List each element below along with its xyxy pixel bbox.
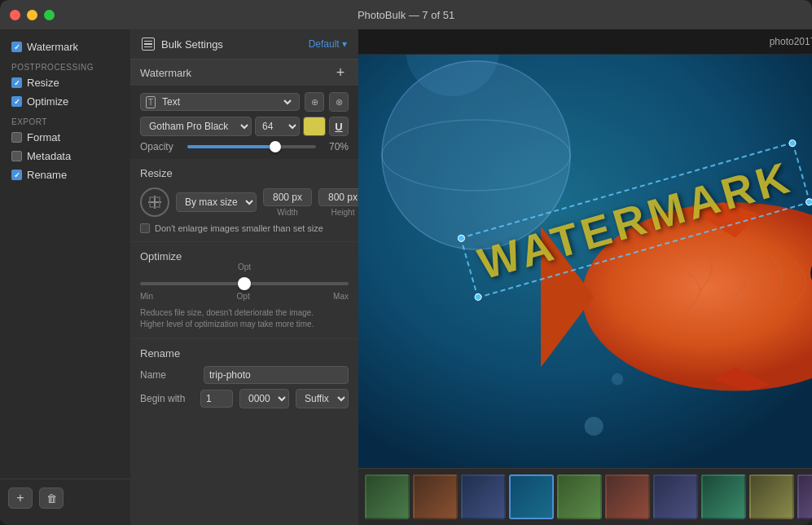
thumbnail-9[interactable] xyxy=(749,474,794,519)
sidebar-item-metadata[interactable]: Metadata xyxy=(0,147,130,165)
min-label: Min xyxy=(140,292,153,301)
minimize-button[interactable] xyxy=(27,10,37,20)
close-button[interactable] xyxy=(10,10,20,20)
underline-button[interactable]: U xyxy=(329,117,349,136)
opacity-value: 70% xyxy=(323,141,349,152)
default-button[interactable]: Default ▾ xyxy=(309,38,347,50)
name-label: Name xyxy=(140,369,197,381)
resize-width-input[interactable] xyxy=(263,188,312,206)
sidebar-optimize-label: Optimize xyxy=(27,95,68,108)
dont-enlarge-row: Don't enlarge images smaller than set si… xyxy=(140,223,349,233)
delete-button[interactable]: 🗑 xyxy=(39,488,64,509)
preview-canvas: WATERMARK xyxy=(358,55,812,468)
resize-icon-svg xyxy=(145,192,165,212)
watermark-checkbox[interactable] xyxy=(11,42,22,52)
thumbnail-7[interactable] xyxy=(653,474,698,519)
watermark-delete-button[interactable]: ⊗ xyxy=(329,92,349,112)
thumbnail-4[interactable] xyxy=(509,474,554,519)
optimize-slider[interactable] xyxy=(140,282,349,285)
postprocessing-section-label: POSTPROCESSING xyxy=(0,56,130,73)
watermark-add-button[interactable]: + xyxy=(332,64,349,81)
thumbnail-10[interactable] xyxy=(797,474,812,519)
begin-with-label: Begin with xyxy=(140,393,194,404)
dont-enlarge-checkbox[interactable] xyxy=(140,223,150,233)
optimize-desc: Reduces file size, doesn't deteriorate t… xyxy=(140,307,349,330)
bulk-settings-label: Bulk Settings xyxy=(161,38,223,51)
settings-panel: Bulk Settings Default ▾ Watermark + T Te… xyxy=(130,29,358,525)
resize-icon xyxy=(140,188,169,217)
font-color-button[interactable] xyxy=(303,117,326,136)
resize-mode-dropdown[interactable]: By max size By width By height xyxy=(176,192,257,212)
opt-label-bottom: Opt xyxy=(237,292,250,301)
sidebar: Watermark POSTPROCESSING Resize Optimize… xyxy=(0,29,130,525)
opacity-slider[interactable] xyxy=(187,145,316,148)
opacity-label: Opacity xyxy=(140,141,181,152)
watermark-type-row: T Text Image ⊕ ⊗ xyxy=(140,92,349,112)
font-size-select[interactable]: 64 8 12 16 24 32 48 72 96 xyxy=(255,117,300,136)
sidebar-resize-label: Resize xyxy=(27,77,59,89)
settings-header: Bulk Settings Default ▾ xyxy=(130,29,358,60)
sidebar-item-optimize[interactable]: Optimize xyxy=(0,92,130,111)
svg-point-6 xyxy=(585,417,604,435)
rename-checkbox[interactable] xyxy=(11,170,22,180)
optimize-labels: Min Opt Max xyxy=(140,292,349,301)
optimize-slider-row: Opt xyxy=(140,274,349,289)
dont-enlarge-label: Don't enlarge images smaller than set si… xyxy=(155,223,323,233)
sidebar-format-label: Format xyxy=(27,131,60,143)
main-layout: Watermark POSTPROCESSING Resize Optimize… xyxy=(0,29,812,525)
titlebar: PhotoBulk — 7 of 51 xyxy=(0,0,812,29)
watermark-type-select[interactable]: T Text Image xyxy=(140,93,300,111)
text-type-icon: T xyxy=(146,96,156,108)
metadata-checkbox[interactable] xyxy=(11,151,22,161)
rename-title: Rename xyxy=(140,347,349,360)
preview-area: photo2017-08-29 at 9.42.13 AM 3 copy.jpg… xyxy=(358,29,812,525)
watermark-type-dropdown[interactable]: Text Image xyxy=(159,95,294,108)
watermark-section-header: Watermark + xyxy=(130,60,358,86)
rename-begin-row: Begin with 0000 000 00 0 Suffix Prefix xyxy=(140,389,349,408)
watermark-copy-button[interactable]: ⊕ xyxy=(305,92,324,112)
font-size-dropdown[interactable]: 64 8 12 16 24 32 48 72 96 xyxy=(255,117,300,136)
export-section-label: EXPORT xyxy=(0,111,130,128)
rename-name-row: Name xyxy=(140,366,349,384)
sidebar-item-format[interactable]: Format xyxy=(0,128,130,147)
sidebar-item-watermark[interactable]: Watermark xyxy=(0,38,130,56)
begin-with-input[interactable] xyxy=(200,390,233,408)
thumbnail-8[interactable] xyxy=(701,474,746,519)
bulk-settings-icon xyxy=(142,38,155,51)
optimize-checkbox[interactable] xyxy=(11,96,22,107)
window-title: PhotoBulk — 7 of 51 xyxy=(358,9,454,21)
font-name-select[interactable]: Gotham Pro Black Arial Helvetica xyxy=(140,117,252,136)
suffix-dropdown[interactable]: Suffix Prefix xyxy=(296,389,349,408)
thumbnail-6[interactable] xyxy=(605,474,650,519)
resize-mode-select[interactable]: By max size By width By height xyxy=(176,192,257,212)
padding-select[interactable]: 0000 000 00 0 xyxy=(239,389,289,408)
thumbnail-3[interactable] xyxy=(461,474,506,519)
sidebar-item-rename[interactable]: Rename xyxy=(0,165,130,184)
thumbnail-scroll xyxy=(358,470,812,523)
sidebar-bottom: + 🗑 xyxy=(0,479,130,517)
font-name-dropdown[interactable]: Gotham Pro Black Arial Helvetica xyxy=(140,117,252,136)
sidebar-rename-label: Rename xyxy=(27,169,67,181)
resize-section: Resize By max size By width By height xyxy=(130,159,358,242)
sidebar-watermark-label: Watermark xyxy=(27,41,78,53)
thumbnail-5[interactable] xyxy=(557,474,602,519)
padding-dropdown[interactable]: 0000 000 00 0 xyxy=(239,389,289,408)
sidebar-item-resize[interactable]: Resize xyxy=(0,73,130,92)
resize-height-field: Height xyxy=(318,188,358,217)
maximize-button[interactable] xyxy=(44,10,55,20)
thumbnail-2[interactable] xyxy=(413,474,458,519)
add-button[interactable]: + xyxy=(8,488,33,509)
thumbnail-1[interactable] xyxy=(365,474,410,519)
suffix-select[interactable]: Suffix Prefix xyxy=(296,389,349,408)
resize-height-input[interactable] xyxy=(318,188,358,206)
resize-checkbox[interactable] xyxy=(11,77,22,88)
resize-controls-row: By max size By width By height Width Hei… xyxy=(140,188,349,217)
titlebar-buttons xyxy=(10,10,55,20)
rename-name-input[interactable] xyxy=(204,366,349,384)
max-label: Max xyxy=(333,292,349,301)
width-label: Width xyxy=(277,208,298,217)
resize-width-field: Width xyxy=(263,188,312,217)
preview-filename: photo2017-08-29 at 9.42.13 AM 3 copy.jpg… xyxy=(358,29,812,55)
thumbnail-strip-area: Start xyxy=(358,468,812,525)
format-checkbox[interactable] xyxy=(11,132,22,143)
